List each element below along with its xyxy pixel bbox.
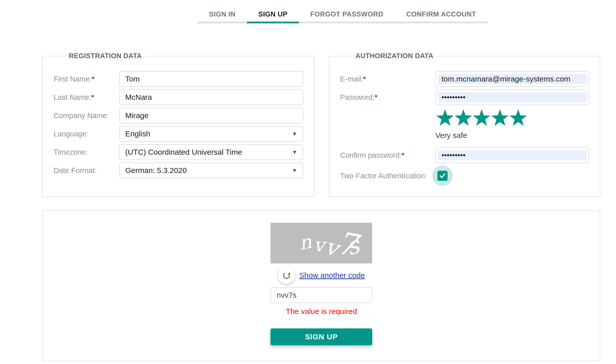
required-asterisk: * [92,75,94,83]
language-select[interactable]: English ▼ [119,126,303,142]
first-name-label-text: First Name: [54,75,92,83]
two-factor-checkbox[interactable] [432,166,453,186]
timezone-row: Timezone: (UTC) Coordinated Universal Ti… [54,144,303,160]
chevron-down-icon: ▼ [292,131,297,137]
tab-sign-up[interactable]: SIGN UP [247,5,299,23]
email-row: E-mail:* [340,71,589,87]
date-format-select[interactable]: German: 5.3.2020 ▼ [119,163,303,178]
confirm-password-input[interactable] [441,151,583,160]
last-name-row: Last Name:* [54,89,303,105]
password-label-text: Password: [340,93,374,101]
tab-confirm-account[interactable]: CONFIRM ACCOUNT [395,5,487,23]
two-factor-label: Two Factor Authentication: [340,172,435,180]
captcha-code-svg: nvv7s [271,260,372,264]
first-name-label: First Name:* [54,75,119,83]
company-name-input[interactable] [125,111,297,120]
first-name-input[interactable] [125,75,297,83]
authorization-data-fieldset: AUTHORIZATION DATA E-mail:* Password:* V… [329,52,600,197]
date-format-selected-value: German: 5.3.2020 [125,166,187,175]
language-selected-value: English [125,130,150,138]
company-name-label: Company Name: [54,112,119,120]
sign-up-button[interactable]: SIGN UP [271,328,372,345]
last-name-input[interactable] [125,93,297,102]
show-another-code-link[interactable]: Show another code [299,271,365,280]
authorization-form: E-mail:* Password:* Very safe Confirm pa… [340,60,589,186]
password-row: Password:* [340,89,589,105]
email-label: E-mail:* [340,75,435,83]
required-asterisk: * [363,75,366,83]
chevron-down-icon: ▼ [292,149,297,155]
timezone-select[interactable]: (UTC) Coordinated Universal Time ▼ [119,144,303,160]
last-name-field [119,89,303,105]
language-label: Language: [54,130,119,138]
refresh-captcha-button[interactable] [278,267,295,284]
last-name-label-text: Last Name: [54,93,91,101]
company-name-label-text: Company Name: [54,112,109,120]
email-field [435,71,589,87]
tab-underline [395,22,487,23]
tab-confirm-account-label: CONFIRM ACCOUNT [406,10,476,18]
last-name-label: Last Name:* [54,93,119,102]
tab-sign-up-label: SIGN UP [258,10,288,18]
password-strength-label: Very safe [340,131,589,140]
company-name-row: Company Name: [54,108,303,123]
confirm-password-field [435,147,589,163]
active-tab-underline [247,22,299,23]
date-format-row: Date Format: German: 5.3.2020 ▼ [54,163,303,178]
registration-data-fieldset: REGISTRATION DATA First Name:* Last Name… [42,52,314,197]
password-label: Password:* [340,93,435,102]
language-label-text: Language: [54,130,88,138]
email-input[interactable] [441,75,583,83]
tab-sign-in-label: SIGN IN [209,10,235,18]
chevron-down-icon: ▼ [292,167,297,173]
language-row: Language: English ▼ [54,126,303,142]
refresh-icon [281,270,292,280]
two-factor-label-text: Two Factor Authentication: [340,172,427,180]
confirm-password-label: Confirm password:* [340,151,435,160]
svg-text:n: n [297,230,313,254]
confirm-password-label-text: Confirm password: [340,151,402,159]
captcha-input-field [271,287,372,303]
timezone-label: Timezone: [54,148,119,156]
first-name-row: First Name:* [54,71,303,87]
captcha-image: nvv7s [271,223,372,263]
tab-underline [198,22,247,23]
password-strength-stars [340,108,589,128]
company-name-field [119,108,303,123]
email-label-text: E-mail: [340,75,363,83]
confirm-password-row: Confirm password:* [340,147,589,163]
captcha-refresh-row: Show another code [278,267,365,284]
password-field [435,89,589,105]
date-format-label-text: Date Format: [54,166,97,175]
captcha-panel: nvv7s Show another code The value is req… [42,210,600,361]
checkbox-box [437,171,448,181]
registration-form: First Name:* Last Name:* Company Name: L… [54,60,303,178]
required-asterisk: * [402,151,404,159]
timezone-selected-value: (UTC) Coordinated Universal Time [125,148,242,156]
tab-forgot-password[interactable]: FORGOT PASSWORD [299,5,395,23]
captcha-error-message: The value is required [286,307,357,316]
tab-forgot-password-label: FORGOT PASSWORD [310,10,384,18]
auth-tabs: SIGN IN SIGN UP FORGOT PASSWORD CONFIRM … [198,5,487,23]
first-name-field [119,71,303,87]
checkmark-icon [438,171,447,180]
tab-sign-in[interactable]: SIGN IN [198,5,247,23]
two-factor-row: Two Factor Authentication: [340,166,589,186]
date-format-label: Date Format: [54,166,119,175]
tab-underline [299,22,395,23]
timezone-label-text: Timezone: [54,148,88,156]
required-asterisk: * [374,93,377,101]
registration-data-legend: REGISTRATION DATA [66,52,145,60]
required-asterisk: * [91,93,94,101]
password-input[interactable] [441,93,583,102]
authorization-data-legend: AUTHORIZATION DATA [352,52,436,60]
captcha-input[interactable] [276,291,367,300]
